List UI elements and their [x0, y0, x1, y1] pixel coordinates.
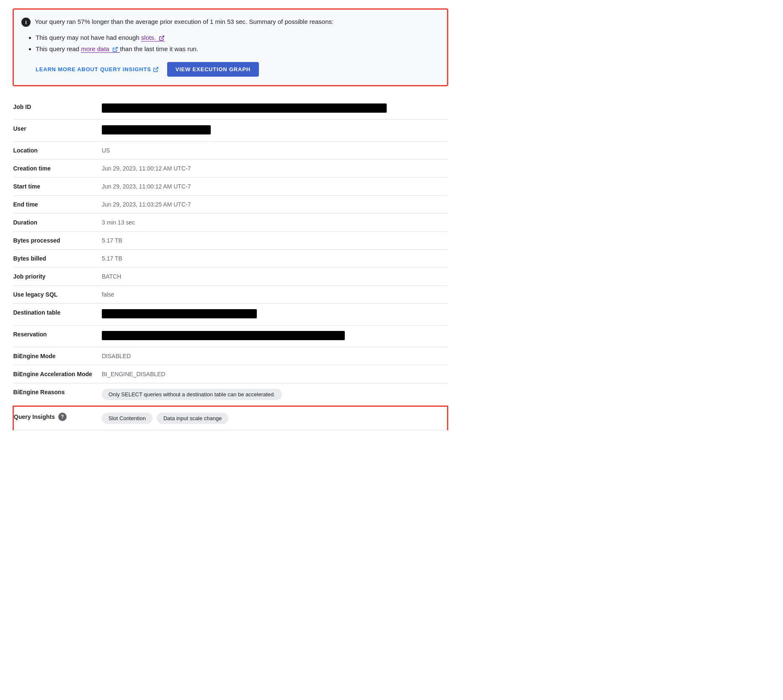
- field-value-biengine-acceleration-mode: BI_ENGINE_DISABLED: [102, 365, 448, 383]
- view-execution-graph-button[interactable]: VIEW EXECUTION GRAPH: [167, 62, 259, 77]
- field-label-destination-table: Destination table: [13, 304, 102, 325]
- field-value-bytes-billed: 5.17 TB: [102, 250, 448, 268]
- field-label-user: User: [13, 120, 102, 142]
- field-value-user: [102, 120, 448, 142]
- learn-more-button[interactable]: LEARN MORE ABOUT QUERY INSIGHTS: [36, 66, 159, 72]
- biengine-reasons-chip: Only SELECT queries without a destinatio…: [102, 389, 282, 400]
- field-value-job-priority: BATCH: [102, 268, 448, 286]
- alert-bullet-2: This query read more data than the last …: [36, 43, 437, 54]
- field-biengine-acceleration-mode: BiEngine Acceleration Mode BI_ENGINE_DIS…: [13, 365, 448, 383]
- alert-box: i Your query ran 57% longer than the ave…: [13, 8, 448, 86]
- chip-data-input-scale-change[interactable]: Data input scale change: [157, 413, 228, 424]
- field-location: Location US: [13, 142, 448, 160]
- field-duration: Duration 3 min 13 sec: [13, 214, 448, 232]
- redacted-destination: [102, 309, 257, 318]
- field-label-creation-time: Creation time: [13, 160, 102, 178]
- external-link-icon-2: [112, 46, 118, 52]
- field-biengine-reasons: BiEngine Reasons Only SELECT queries wit…: [13, 383, 448, 406]
- field-start-time: Start time Jun 29, 2023, 11:00:12 AM UTC…: [13, 178, 448, 196]
- chip-slot-contention[interactable]: Slot Contention: [102, 413, 152, 424]
- svg-line-0: [161, 36, 164, 39]
- more-data-link[interactable]: more data: [81, 45, 120, 53]
- learn-more-label: LEARN MORE ABOUT QUERY INSIGHTS: [36, 66, 151, 72]
- alert-header: i Your query ran 57% longer than the ave…: [21, 17, 437, 27]
- query-insights-chips: Slot Contention Data input scale change: [102, 413, 443, 424]
- field-label-biengine-reasons: BiEngine Reasons: [13, 383, 102, 406]
- info-icon: i: [21, 18, 31, 27]
- bullet1-text: This query may not have had enough: [36, 34, 141, 41]
- learn-more-ext-icon: [153, 67, 159, 72]
- field-value-query-insights: Slot Contention Data input scale change: [102, 406, 448, 430]
- field-job-id: Job ID: [13, 98, 448, 120]
- field-label-end-time: End time: [13, 196, 102, 214]
- svg-line-2: [155, 67, 158, 70]
- field-job-priority: Job priority BATCH: [13, 268, 448, 286]
- details-table: Job ID User Location US Creation time Ju…: [13, 98, 448, 430]
- field-reservation: Reservation: [13, 325, 448, 347]
- redacted-user: [102, 125, 211, 134]
- alert-main-text: Your query ran 57% longer than the avera…: [35, 17, 333, 27]
- field-bytes-processed: Bytes processed 5.17 TB: [13, 232, 448, 250]
- field-value-start-time: Jun 29, 2023, 11:00:12 AM UTC-7: [102, 178, 448, 196]
- slots-link-text: slots.: [141, 34, 156, 41]
- field-label-query-insights: Query Insights ?: [14, 407, 102, 427]
- alert-bullet-1: This query may not have had enough slots…: [36, 32, 437, 43]
- field-value-job-id: [102, 98, 448, 120]
- field-label-job-id: Job ID: [13, 98, 102, 120]
- field-label-location: Location: [13, 142, 102, 160]
- field-value-reservation: [102, 325, 448, 347]
- page-container: i Your query ran 57% longer than the ave…: [0, 0, 461, 439]
- svg-line-1: [115, 47, 117, 50]
- field-value-bytes-processed: 5.17 TB: [102, 232, 448, 250]
- field-value-creation-time: Jun 29, 2023, 11:00:12 AM UTC-7: [102, 160, 448, 178]
- field-use-legacy-sql: Use legacy SQL false: [13, 286, 448, 304]
- field-label-job-priority: Job priority: [13, 268, 102, 286]
- field-end-time: End time Jun 29, 2023, 11:03:25 AM UTC-7: [13, 196, 448, 214]
- bullet2-text: This query read: [36, 45, 81, 52]
- field-label-biengine-mode: BiEngine Mode: [13, 347, 102, 365]
- bullet2-suffix: than the last time it was run.: [120, 45, 198, 52]
- redacted-reservation: [102, 331, 345, 340]
- field-bytes-billed: Bytes billed 5.17 TB: [13, 250, 448, 268]
- field-query-insights: Query Insights ? Slot Contention Data in…: [13, 406, 448, 430]
- query-insights-label: Query Insights: [14, 413, 55, 420]
- field-creation-time: Creation time Jun 29, 2023, 11:00:12 AM …: [13, 160, 448, 178]
- alert-list: This query may not have had enough slots…: [36, 32, 437, 54]
- field-label-duration: Duration: [13, 214, 102, 232]
- field-destination-table: Destination table: [13, 304, 448, 325]
- field-user: User: [13, 120, 448, 142]
- field-biengine-mode: BiEngine Mode DISABLED: [13, 347, 448, 365]
- field-label-biengine-acceleration-mode: BiEngine Acceleration Mode: [13, 365, 102, 383]
- field-label-bytes-billed: Bytes billed: [13, 250, 102, 268]
- field-value-biengine-reasons: Only SELECT queries without a destinatio…: [102, 383, 448, 406]
- external-link-icon: [159, 35, 165, 41]
- field-value-use-legacy-sql: false: [102, 286, 448, 304]
- alert-actions: LEARN MORE ABOUT QUERY INSIGHTS VIEW EXE…: [36, 62, 437, 77]
- field-label-start-time: Start time: [13, 178, 102, 196]
- redacted-job-id: [102, 103, 387, 113]
- query-insights-help-icon[interactable]: ?: [58, 413, 67, 421]
- field-label-use-legacy-sql: Use legacy SQL: [13, 286, 102, 304]
- field-value-destination-table: [102, 304, 448, 325]
- more-data-link-text: more data: [81, 45, 109, 52]
- slots-link[interactable]: slots.: [141, 34, 165, 41]
- field-label-bytes-processed: Bytes processed: [13, 232, 102, 250]
- field-value-duration: 3 min 13 sec: [102, 214, 448, 232]
- field-value-location: US: [102, 142, 448, 160]
- field-value-end-time: Jun 29, 2023, 11:03:25 AM UTC-7: [102, 196, 448, 214]
- field-label-reservation: Reservation: [13, 325, 102, 347]
- field-value-biengine-mode: DISABLED: [102, 347, 448, 365]
